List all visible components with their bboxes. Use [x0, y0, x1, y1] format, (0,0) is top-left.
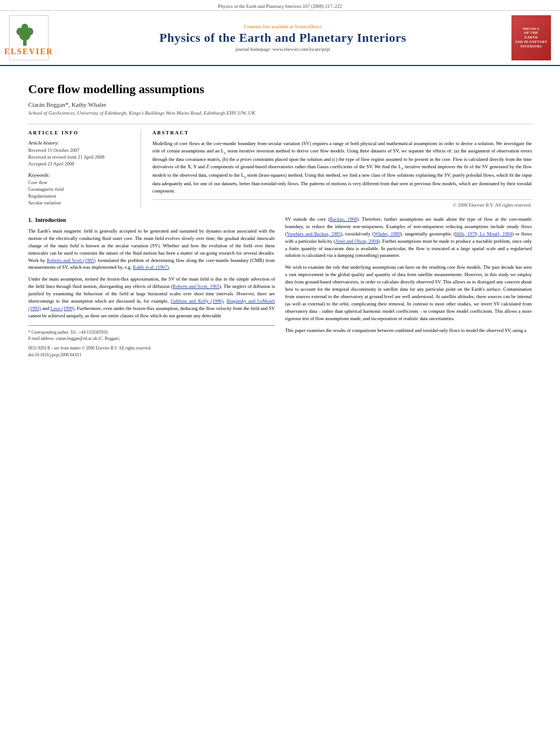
corresponding-author: * Corresponding author. Tel.: +44 131650…: [28, 329, 275, 335]
ref-amit-olson[interactable]: Amit and Olson, 2004: [335, 238, 378, 244]
journal-ref-text: Physics of the Earth and Planetary Inter…: [218, 3, 342, 9]
right-column: SV outside the core (Backus, 1968). Ther…: [285, 216, 532, 358]
ref-gubbins-kelly[interactable]: Gubbins and Kelly (1996): [170, 298, 223, 304]
ref-roberts-scott-1965[interactable]: Roberts and Scott (1965): [47, 257, 96, 263]
footnotes-section: * Corresponding author. Tel.: +44 131650…: [28, 325, 275, 342]
journal-cover-image: PHYSICSOF THEEARTHAND PLANETARYINTERIORS: [511, 15, 551, 60]
intro-para-1: The Earth's main magnetic field is gener…: [28, 228, 275, 271]
keyword-1: Core flow: [28, 180, 133, 185]
article-info-panel: ARTICLE INFO Article history: Received 1…: [28, 130, 141, 208]
elsevier-text: ELSEVIER: [5, 47, 54, 56]
keyword-3: Regularisation: [28, 193, 133, 199]
abstract-section: ABSTRACT Modelling of core flows at the …: [152, 130, 532, 208]
right-para-3: This paper examines the results of compa…: [285, 327, 532, 334]
intro-para-2: Under the main assumption, termed the fr…: [28, 276, 275, 319]
journal-reference: Physics of the Earth and Planetary Inter…: [0, 0, 560, 11]
keyword-2: Geomagnetic field: [28, 186, 133, 192]
authors: Ciarán Beggan*, Kathy Whaler: [28, 101, 532, 108]
ref-voorhies-backus[interactable]: Voorhies and Backus, 1985: [287, 231, 341, 237]
journal-homepage: journal homepage: www.elsevier.com/locat…: [54, 46, 511, 52]
keywords-section: Keywords: Core flow Geomagnetic field Re…: [28, 172, 133, 206]
keywords-label: Keywords:: [28, 172, 133, 178]
ref-kahle-1967[interactable]: Kahle et al. (1967): [133, 264, 169, 270]
email-footnote: E-mail address: ciaran.beggan@ed.ac.uk (…: [28, 335, 275, 342]
journal-title: Physics of the Earth and Planetary Inter…: [54, 30, 511, 45]
issn-section: 0031-9201/$ – see front matter © 2008 El…: [28, 345, 275, 358]
accepted-date: Accepted 23 April 2008: [28, 161, 133, 167]
copyright-notice: © 2008 Elsevier B.V. All rights reserved…: [152, 199, 532, 208]
ref-backus-1968[interactable]: Backus, 1968: [330, 216, 357, 222]
revised-date: Received in revised form 21 April 2008: [28, 154, 133, 160]
issn-text: 0031-9201/$ – see front matter © 2008 El…: [28, 345, 275, 351]
received-date: Received 15 October 2007: [28, 147, 133, 153]
abstract-heading: ABSTRACT: [152, 130, 532, 136]
abstract-text: Modelling of core flows at the core-mant…: [152, 140, 532, 195]
right-para-2: We wish to examine the role that underly…: [285, 264, 532, 322]
affiliation: School of GeoSciences, University of Edi…: [28, 110, 532, 116]
main-content: Core flow modelling assumptions Ciarán B…: [0, 66, 560, 369]
right-para-1: SV outside the core (Backus, 1968). Ther…: [285, 216, 532, 259]
article-history-label: Article history:: [28, 140, 133, 146]
journal-header-center: Contents lists available at ScienceDirec…: [54, 24, 511, 52]
article-title: Core flow modelling assumptions: [28, 82, 532, 97]
ref-love-1999[interactable]: Love (1999): [50, 305, 74, 311]
ref-roberts-scott-1965b[interactable]: Roberts and Scott, 1965: [173, 283, 220, 289]
sciencedirect-link[interactable]: Contents lists available at ScienceDirec…: [54, 24, 511, 29]
left-column: 1. Introduction The Earth's main magneti…: [28, 216, 275, 358]
elsevier-logo: ELSEVIER: [9, 15, 54, 60]
ref-hills-1979[interactable]: Hills, 1979; Le Mouël, 1984: [455, 231, 512, 237]
journal-header: ELSEVIER Contents lists available at Sci…: [0, 11, 560, 66]
article-info-heading: ARTICLE INFO: [28, 130, 133, 136]
svg-point-4: [21, 24, 28, 30]
elsevier-tree-icon: [12, 19, 46, 47]
doi-text: doi:10.1016/j.pepi.2008.04.011: [28, 352, 275, 358]
body-columns: 1. Introduction The Earth's main magneti…: [28, 216, 532, 358]
article-meta-section: ARTICLE INFO Article history: Received 1…: [28, 124, 532, 208]
introduction-heading: 1. Introduction: [28, 216, 275, 224]
ref-whaler-1980[interactable]: Whaler, 1980: [374, 231, 400, 237]
keyword-4: Secular variation: [28, 200, 133, 206]
